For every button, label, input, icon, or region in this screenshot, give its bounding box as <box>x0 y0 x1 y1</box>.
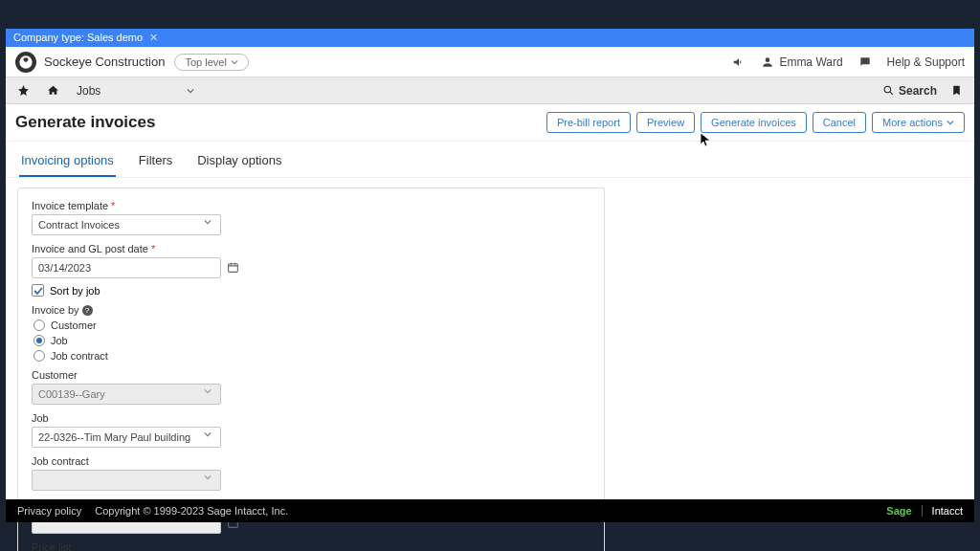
nav-jobs[interactable]: Jobs <box>77 84 194 98</box>
chevron-down-icon <box>187 87 194 95</box>
postdate-label: Invoice and GL post date* <box>32 243 590 254</box>
company-logo-icon <box>15 52 36 73</box>
company-name: Sockeye Construction <box>44 55 165 69</box>
job-contract-select <box>32 470 221 491</box>
preview-button[interactable]: Preview <box>636 112 695 133</box>
copyright: Copyright © 1999-2023 Sage Intacct, Inc. <box>95 505 288 517</box>
top-level-dropdown[interactable]: Top level <box>174 54 248 71</box>
invoice-template-select[interactable] <box>32 214 221 235</box>
company-type-banner: Company type: Sales demo ✕ <box>6 29 974 47</box>
cancel-button[interactable]: Cancel <box>813 112 866 133</box>
footer: Privacy policy Copyright © 1999-2023 Sag… <box>6 499 974 522</box>
customer-select <box>32 384 221 405</box>
tab-invoicing-options[interactable]: Invoicing options <box>19 147 116 177</box>
tab-filters[interactable]: Filters <box>137 147 174 177</box>
customer-label: Customer <box>32 369 590 381</box>
svg-point-0 <box>884 86 891 93</box>
search-label: Search <box>899 84 937 98</box>
search-button[interactable]: Search <box>882 84 937 98</box>
sort-by-job-checkbox[interactable]: Sort by job <box>32 284 590 297</box>
job-label: Job <box>32 412 590 424</box>
announce-icon[interactable] <box>732 55 746 69</box>
radio-job-contract[interactable]: Job contract <box>33 350 590 362</box>
page-title: Generate invoices <box>15 113 155 132</box>
tabs: Invoicing options Filters Display option… <box>6 147 974 178</box>
top-level-label: Top level <box>185 56 226 68</box>
divider <box>922 505 923 517</box>
intacct-logo: Intacct <box>932 505 963 517</box>
nav-bar: Jobs Search <box>6 77 974 104</box>
checkbox-icon <box>32 284 44 297</box>
bookmark-icon[interactable] <box>950 84 963 97</box>
privacy-link[interactable]: Privacy policy <box>17 505 81 517</box>
radio-icon <box>33 320 45 331</box>
nav-jobs-label: Jobs <box>77 84 100 98</box>
sage-logo: Sage <box>886 505 911 517</box>
prebill-report-button[interactable]: Pre-bill report <box>546 112 631 133</box>
radio-customer[interactable]: Customer <box>33 320 590 331</box>
job-contract-label: Job contract <box>32 455 590 467</box>
calendar-icon[interactable] <box>227 261 239 274</box>
invoice-by-label: Invoice by ? <box>32 304 590 316</box>
help-link[interactable]: Help & Support <box>887 55 965 69</box>
user-name: Emma Ward <box>779 55 842 69</box>
radio-icon <box>33 335 45 346</box>
banner-close-icon[interactable]: ✕ <box>149 32 158 43</box>
user-icon <box>761 55 774 69</box>
chat-icon[interactable] <box>858 55 872 69</box>
invoice-template-label: Invoice template* <box>32 200 590 211</box>
page-header: Generate invoices Pre-bill report Previe… <box>6 104 974 142</box>
more-actions-label: More actions <box>882 117 943 128</box>
banner-text: Company type: Sales demo <box>13 32 143 43</box>
brand-bar: Sockeye Construction Top level Emma Ward… <box>6 47 974 77</box>
form-panel: Invoice template* Invoice and GL post da… <box>17 187 605 551</box>
user-menu[interactable]: Emma Ward <box>761 55 842 69</box>
chevron-down-icon <box>947 119 954 126</box>
generate-invoices-button[interactable]: Generate invoices <box>701 112 807 133</box>
svg-rect-1 <box>229 264 238 273</box>
sort-by-job-label: Sort by job <box>50 285 100 297</box>
job-select[interactable] <box>32 427 221 448</box>
search-icon <box>882 84 895 97</box>
more-actions-button[interactable]: More actions <box>872 112 965 133</box>
star-icon[interactable] <box>17 84 30 97</box>
radio-job[interactable]: Job <box>33 335 590 346</box>
price-list-label: Price list <box>32 541 590 551</box>
tab-display-options[interactable]: Display options <box>195 147 283 177</box>
home-icon[interactable] <box>47 84 59 97</box>
chevron-down-icon <box>231 58 238 66</box>
help-icon[interactable]: ? <box>82 305 93 316</box>
postdate-input[interactable] <box>32 257 221 278</box>
radio-icon <box>33 350 45 362</box>
